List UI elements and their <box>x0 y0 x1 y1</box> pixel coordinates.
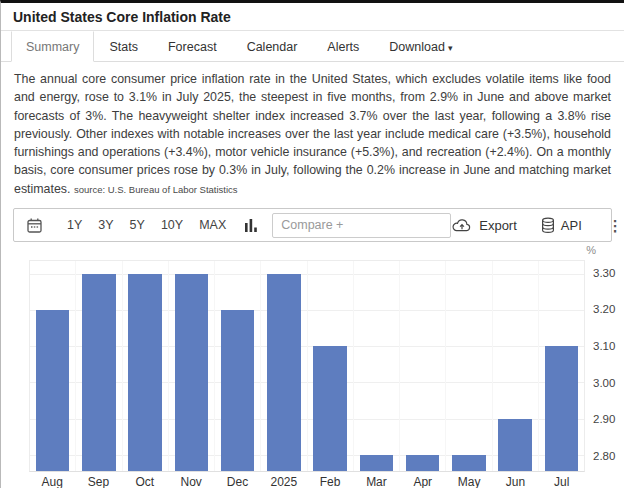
y-tick-label: 2.80 <box>586 450 615 462</box>
bar-slot <box>30 261 76 471</box>
bar-dec[interactable] <box>221 310 254 471</box>
y-axis: 2.802.903.003.103.203.30 <box>586 260 624 472</box>
compare-input[interactable] <box>272 213 451 238</box>
x-tick-label: Aug <box>29 475 75 488</box>
description-source: source: U.S. Bureau of Labor Statistics <box>74 184 238 195</box>
y-tick-label: 3.20 <box>586 303 615 315</box>
export-label: Export <box>479 218 517 233</box>
bar-slot <box>400 261 446 471</box>
bar-oct[interactable] <box>128 274 161 471</box>
bar-slot <box>493 261 539 471</box>
bar-2025[interactable] <box>267 274 300 471</box>
calendar-icon[interactable] <box>26 217 43 234</box>
page-title: United States Core Inflation Rate <box>13 9 612 25</box>
kebab-menu-icon[interactable]: ⋮ <box>606 218 624 233</box>
bar-jun[interactable] <box>498 419 531 472</box>
x-axis: AugSepOctNovDec2025FebMarAprMayJunJul <box>29 475 585 488</box>
bar-slot <box>261 261 307 471</box>
bar-sep[interactable] <box>82 274 115 471</box>
database-icon <box>541 217 555 234</box>
bar-slot <box>539 261 584 471</box>
bar-may[interactable] <box>452 455 485 471</box>
range-5y[interactable]: 5Y <box>122 218 153 232</box>
range-1y[interactable]: 1Y <box>59 218 90 232</box>
export-button[interactable]: Export <box>451 218 517 233</box>
y-tick-label: 3.00 <box>586 377 615 389</box>
bar-slot <box>215 261 261 471</box>
x-tick-label: May <box>446 475 492 488</box>
description: The annual core consumer price inflation… <box>14 70 611 199</box>
x-tick-label: Nov <box>168 475 214 488</box>
range-max[interactable]: MAX <box>191 218 234 232</box>
x-tick-label: Mar <box>353 475 399 488</box>
y-tick-label: 3.30 <box>586 267 615 279</box>
caret-down-icon: ▾ <box>448 43 453 53</box>
page: United States Core Inflation Rate Summar… <box>0 0 624 488</box>
chart-toolbar: 1Y3Y5Y10YMAX Export <box>13 208 612 242</box>
tab-alerts[interactable]: Alerts <box>312 31 374 62</box>
bar-jul[interactable] <box>545 346 578 471</box>
y-tick-label: 2.90 <box>586 413 615 425</box>
tab-summary[interactable]: Summary <box>11 31 94 62</box>
api-label: API <box>561 218 582 233</box>
range-10y[interactable]: 10Y <box>153 218 191 232</box>
bar-slot <box>446 261 492 471</box>
x-tick-label: Sep <box>75 475 121 488</box>
tab-bar: SummaryStatsForecastCalendarAlertsDownlo… <box>1 31 624 62</box>
tab-forecast[interactable]: Forecast <box>153 31 232 62</box>
export-cloud-icon <box>451 218 473 233</box>
bar-aug[interactable] <box>36 310 69 471</box>
tab-download[interactable]: Download▾ <box>374 31 467 62</box>
bar-chart: % 2.802.903.003.103.203.30 AugSepOctNovD… <box>1 242 624 488</box>
x-tick-label: Oct <box>122 475 168 488</box>
tab-calendar[interactable]: Calendar <box>232 31 313 62</box>
x-tick-label: 2025 <box>261 475 307 488</box>
tab-stats[interactable]: Stats <box>94 31 153 62</box>
bar-slot <box>308 261 354 471</box>
range-3y[interactable]: 3Y <box>90 218 121 232</box>
x-tick-label: Feb <box>307 475 353 488</box>
bar-slot <box>76 261 122 471</box>
x-tick-label: Apr <box>400 475 446 488</box>
bar-mar[interactable] <box>360 455 393 471</box>
plot-area[interactable] <box>29 260 585 472</box>
bar-nov[interactable] <box>175 274 208 471</box>
bar-feb[interactable] <box>313 346 346 471</box>
bar-slot <box>354 261 400 471</box>
y-axis-unit: % <box>586 244 596 256</box>
x-tick-label: Jul <box>539 475 585 488</box>
bar-apr[interactable] <box>406 455 439 471</box>
range-selector: 1Y3Y5Y10YMAX <box>59 218 234 232</box>
bar-chart-icon[interactable] <box>244 218 258 233</box>
page-header: United States Core Inflation Rate <box>1 3 624 31</box>
toolbar-right-group: Export API ⋮ <box>451 217 624 234</box>
bar-slot <box>169 261 215 471</box>
description-text: The annual core consumer price inflation… <box>14 72 611 196</box>
bar-slot <box>123 261 169 471</box>
x-tick-label: Dec <box>214 475 260 488</box>
bar-slots <box>30 261 584 471</box>
y-tick-label: 3.10 <box>586 340 615 352</box>
x-tick-label: Jun <box>492 475 538 488</box>
api-button[interactable]: API <box>541 217 582 234</box>
